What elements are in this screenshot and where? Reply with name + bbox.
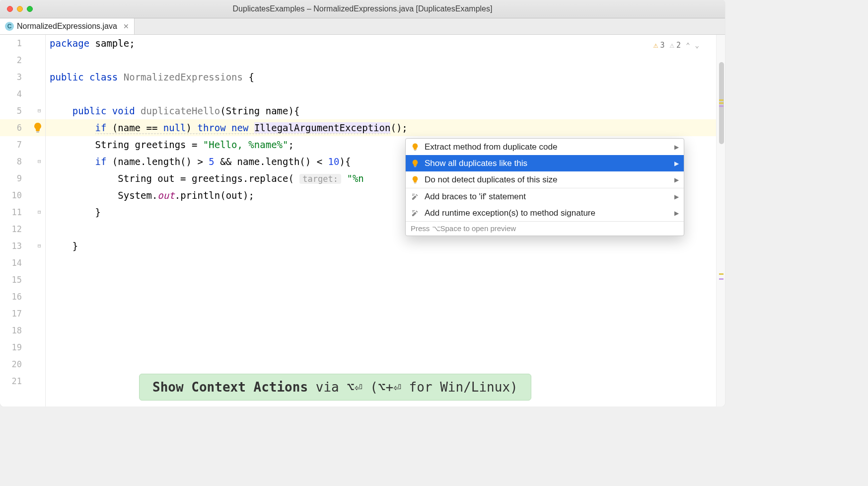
line-number: 17	[0, 309, 22, 319]
inspection-widget[interactable]: ⚠3 ⚠2 ⌃ ⌄	[653, 37, 699, 54]
titlebar: DuplicatesExamples – NormalizedExpressio…	[0, 0, 725, 18]
intention-popup: Extract method from duplicate code ▶ Sho…	[405, 138, 684, 236]
line-number: 7	[0, 140, 22, 150]
submenu-arrow-icon: ▶	[674, 210, 679, 217]
submenu-arrow-icon: ▶	[674, 160, 679, 167]
intention-item-add-braces[interactable]: Add braces to 'if' statement ▶	[406, 188, 684, 205]
fold-close-icon[interactable]: ⊟	[38, 209, 41, 215]
submenu-arrow-icon: ▶	[674, 193, 679, 200]
stripe-marker-info[interactable]	[719, 105, 723, 107]
line-number: 6	[0, 123, 22, 133]
intention-item-ignore-size[interactable]: Do not detect duplicates of this size ▶	[406, 171, 684, 188]
class-file-icon: C	[5, 22, 14, 31]
line-number: 19	[0, 342, 22, 352]
edit-icon	[411, 192, 420, 201]
chevron-up-icon[interactable]: ⌃	[686, 37, 690, 54]
menu-label: Add braces to 'if' statement	[425, 192, 526, 202]
line-number: 16	[0, 292, 22, 302]
line-number: 10	[0, 190, 22, 200]
bulb-icon	[411, 175, 420, 184]
menu-label: Do not detect duplicates of this size	[425, 175, 557, 185]
window-title: DuplicatesExamples – NormalizedExpressio…	[0, 4, 725, 13]
line-number: 14	[0, 258, 22, 268]
tab-label: NormalizedExpressions.java	[17, 22, 117, 31]
bulb-icon	[411, 143, 420, 152]
error-stripe[interactable]	[716, 35, 725, 406]
gutter: 1 2 3 4 5⊟ 6 7 8⊟ 9 10 11⊟ 12 13⊟ 14 15 …	[0, 35, 46, 406]
line-number: 13	[0, 241, 22, 251]
editor-tabs: C NormalizedExpressions.java ✕	[0, 18, 725, 35]
tip-banner: Show Context Actions via ⌥⏎ (⌥+⏎ for Win…	[139, 374, 531, 401]
weak-warning-icon: ⚠	[669, 37, 674, 54]
line-number: 9	[0, 173, 22, 183]
intention-bulb-icon[interactable]	[32, 122, 44, 136]
line-number: 20	[0, 359, 22, 369]
line-number: 3	[0, 72, 22, 82]
intention-item-add-exception[interactable]: Add runtime exception(s) to method signa…	[406, 205, 684, 221]
warning-count: 3	[660, 37, 664, 54]
line-number: 12	[0, 224, 22, 234]
line-number: 1	[0, 38, 22, 48]
fold-open-icon[interactable]: ⊟	[38, 107, 41, 114]
tip-rest: via ⌥⏎ (⌥+⏎ for Win/Linux)	[308, 380, 518, 395]
close-tab-icon[interactable]: ✕	[123, 22, 129, 30]
menu-label: Show all duplicates like this	[425, 159, 527, 168]
zoom-window-button[interactable]	[27, 6, 33, 12]
close-window-button[interactable]	[7, 6, 13, 12]
menu-label: Add runtime exception(s) to method signa…	[425, 208, 595, 218]
bulb-icon	[411, 159, 420, 168]
edit-icon	[411, 209, 420, 218]
tip-title: Show Context Actions	[152, 380, 308, 395]
intention-item-extract[interactable]: Extract method from duplicate code ▶	[406, 139, 684, 155]
stripe-marker-info[interactable]	[719, 278, 723, 280]
chevron-down-icon[interactable]: ⌄	[695, 37, 699, 54]
minimize-window-button[interactable]	[17, 6, 23, 12]
editor-tab[interactable]: C NormalizedExpressions.java ✕	[0, 18, 135, 34]
line-number: 4	[0, 89, 22, 99]
popup-footer: Press ⌥Space to open preview	[406, 221, 684, 236]
stripe-marker-warning[interactable]	[719, 273, 723, 275]
submenu-arrow-icon: ▶	[674, 144, 679, 151]
inlay-hint: target:	[299, 174, 341, 184]
line-number: 2	[0, 55, 22, 65]
line-number: 15	[0, 275, 22, 285]
stripe-marker-warning[interactable]	[719, 99, 723, 101]
fold-open-icon[interactable]: ⊟	[38, 158, 41, 164]
app-window: DuplicatesExamples – NormalizedExpressio…	[0, 0, 725, 406]
menu-label: Extract method from duplicate code	[425, 142, 557, 152]
stripe-marker-warning[interactable]	[719, 102, 723, 104]
intention-item-show-duplicates[interactable]: Show all duplicates like this ▶	[406, 155, 684, 171]
line-number: 21	[0, 376, 22, 386]
fold-close-icon[interactable]: ⊟	[38, 243, 41, 249]
warning-icon: ⚠	[653, 37, 658, 54]
line-number: 18	[0, 325, 22, 335]
editor: 1 2 3 4 5⊟ 6 7 8⊟ 9 10 11⊟ 12 13⊟ 14 15 …	[0, 35, 725, 406]
line-number: 5	[0, 106, 22, 116]
weak-warning-count: 2	[676, 37, 681, 54]
line-number: 11	[0, 207, 22, 217]
submenu-arrow-icon: ▶	[674, 176, 679, 183]
line-number: 8	[0, 157, 22, 166]
